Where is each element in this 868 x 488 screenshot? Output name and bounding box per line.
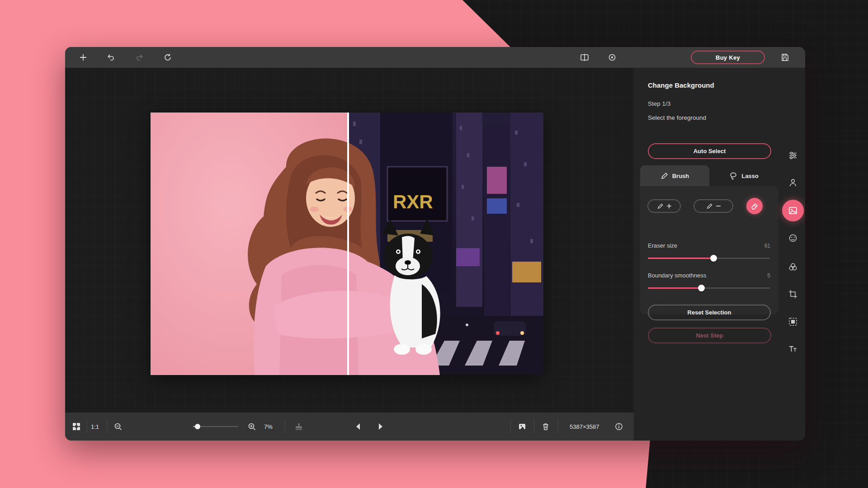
- tab-brush[interactable]: Brush: [640, 165, 709, 186]
- step-indicator: Step 1/3: [648, 100, 670, 107]
- reset-image-button[interactable]: [160, 50, 175, 65]
- canvas-area[interactable]: RXR: [65, 68, 634, 413]
- pen-icon: [657, 203, 664, 210]
- zoom-slider-knob[interactable]: [195, 424, 200, 429]
- zoom-slider[interactable]: [193, 426, 238, 427]
- frame-tool-button[interactable]: [785, 314, 801, 330]
- slider-fill: [648, 258, 714, 259]
- fit-screen-button[interactable]: [69, 419, 84, 434]
- selection-tool-card: Brush Lasso: [640, 165, 778, 314]
- smiley-icon: [788, 233, 798, 243]
- save-icon: [780, 53, 789, 62]
- brush-settings: Eraser size 61 Boundary smoothness 5: [640, 186, 778, 314]
- zoom-out-button[interactable]: [110, 419, 126, 434]
- smoothness-label: Boundary smoothness: [648, 272, 706, 279]
- auto-select-button[interactable]: Auto Select: [648, 143, 771, 159]
- separator: [285, 420, 285, 433]
- next-arrow-icon: [376, 422, 384, 431]
- tool-tabs: Brush Lasso: [640, 165, 778, 186]
- preview-target-icon: [608, 53, 617, 62]
- buy-key-label: Buy Key: [716, 54, 740, 61]
- fit-screen-icon: [72, 422, 81, 431]
- photo-canvas[interactable]: RXR: [151, 113, 543, 375]
- image-thumbnail-button[interactable]: [514, 419, 530, 434]
- new-project-button[interactable]: [75, 50, 91, 65]
- step-instruction: Select the foreground: [648, 114, 706, 121]
- pen-icon: [706, 203, 713, 210]
- eraser-tool-button[interactable]: [746, 198, 763, 214]
- preview-button[interactable]: [604, 50, 620, 65]
- undo-button[interactable]: [103, 50, 118, 65]
- split-view-icon: [580, 53, 590, 62]
- plus-icon: [79, 53, 88, 62]
- slider-fill: [648, 287, 702, 289]
- desktop-background: Buy Key: [0, 0, 868, 488]
- zoom-out-icon: [113, 422, 123, 431]
- zoom-in-icon: [247, 422, 256, 431]
- eraser-size-label: Eraser size: [648, 242, 677, 249]
- eraser-size-slider[interactable]: [648, 255, 770, 261]
- frame-icon: [788, 317, 798, 327]
- brush-add-button[interactable]: [647, 199, 681, 213]
- portrait-tool-button[interactable]: [785, 174, 801, 191]
- zoom-value: 7%: [264, 413, 273, 441]
- separator: [510, 420, 511, 433]
- text-icon: [788, 344, 798, 354]
- previous-image-button[interactable]: [351, 419, 366, 434]
- smoothness-value: 5: [767, 272, 770, 279]
- buy-key-button[interactable]: Buy Key: [691, 51, 765, 64]
- save-button[interactable]: [777, 50, 793, 65]
- next-step-button[interactable]: Next Step: [648, 328, 771, 343]
- slider-knob[interactable]: [710, 255, 717, 262]
- redo-button[interactable]: [132, 50, 147, 65]
- next-image-button[interactable]: [373, 419, 388, 434]
- separator: [87, 420, 87, 433]
- top-toolbar: Buy Key: [65, 47, 805, 68]
- reset-selection-button[interactable]: Reset Selection: [648, 305, 771, 320]
- crop-icon: [788, 289, 798, 299]
- separator: [558, 420, 558, 433]
- previous-arrow-icon: [354, 422, 363, 431]
- smoothness-slider[interactable]: [648, 285, 770, 291]
- eraser-size-value: 61: [764, 243, 770, 249]
- right-panel: Change Background Step 1/3 Select the fo…: [634, 68, 805, 441]
- stamp-tool-button[interactable]: [291, 419, 307, 434]
- ratio-label[interactable]: 1:1: [91, 413, 99, 441]
- image-icon: [518, 422, 527, 431]
- split-view-button[interactable]: [577, 50, 592, 65]
- adjustment-sliders-icon: [788, 150, 798, 160]
- emoji-tool-button[interactable]: [785, 230, 801, 246]
- crop-tool-button[interactable]: [785, 286, 801, 302]
- panel-title: Change Background: [648, 81, 714, 89]
- separator: [534, 420, 534, 433]
- info-icon: [614, 422, 623, 431]
- slider-knob[interactable]: [698, 285, 705, 291]
- lasso-icon: [729, 172, 737, 180]
- zoom-in-button[interactable]: [244, 419, 259, 434]
- reload-icon: [163, 53, 172, 62]
- separator: [107, 420, 107, 433]
- minus-icon: [716, 203, 721, 209]
- plus-icon: [666, 203, 672, 209]
- tab-lasso[interactable]: Lasso: [709, 165, 778, 186]
- trash-icon: [541, 422, 550, 431]
- eraser-icon: [750, 202, 759, 210]
- undo-icon: [106, 53, 115, 62]
- app-window: Buy Key: [65, 47, 805, 441]
- text-tool-button[interactable]: [785, 341, 801, 357]
- color-wheel-icon: [788, 262, 798, 272]
- billboard-sign-text: RXR: [393, 191, 433, 212]
- tool-rail: [780, 68, 805, 441]
- adjustments-tool-button[interactable]: [785, 147, 801, 164]
- image-dimensions: 5387×3587: [570, 413, 599, 441]
- change-background-tool-button[interactable]: [782, 200, 804, 221]
- redo-icon: [135, 53, 144, 62]
- info-button[interactable]: [611, 419, 627, 434]
- change-background-icon: [788, 206, 798, 216]
- brush-icon: [660, 172, 668, 180]
- bottom-toolbar: 1:1 7%: [65, 413, 634, 441]
- brush-subtract-button[interactable]: [693, 199, 733, 213]
- stamp-icon: [294, 422, 303, 431]
- color-filter-tool-button[interactable]: [785, 259, 801, 275]
- delete-image-button[interactable]: [538, 419, 553, 434]
